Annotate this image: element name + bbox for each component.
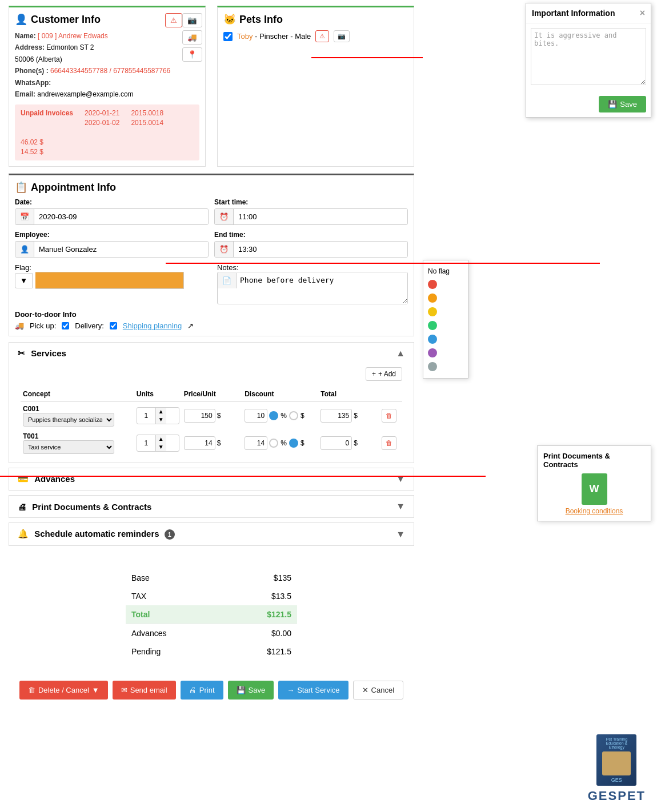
- reminders-badge: 1: [165, 529, 175, 540]
- percent-label-1: %: [281, 439, 287, 447]
- delivery-checkbox[interactable]: [110, 322, 117, 329]
- start-time-input[interactable]: [234, 209, 407, 224]
- flag-yellow-item[interactable]: [428, 305, 463, 319]
- annotation-line-3: [0, 476, 486, 477]
- units-up-0[interactable]: ▲: [155, 408, 166, 416]
- percent-radio-1[interactable]: [269, 439, 278, 448]
- save-button[interactable]: 💾 Save: [228, 681, 274, 700]
- print-icon: 🖨: [18, 502, 26, 512]
- customer-pin-button[interactable]: 📍: [182, 47, 202, 62]
- email-icon: ✉: [121, 686, 127, 694]
- employee-input[interactable]: [34, 242, 208, 257]
- row-total-cell: $: [318, 402, 379, 430]
- cancel-button[interactable]: ✕ Cancel: [353, 681, 403, 700]
- table-row: C001 Puppies theraphy socialization ▲ ▼: [21, 402, 402, 430]
- no-flag-label: No flag: [428, 267, 450, 275]
- important-info-textarea[interactable]: [531, 28, 646, 85]
- reminders-header[interactable]: 🔔 Schedule automatic reminders 1 ▼: [9, 523, 414, 545]
- units-down-1[interactable]: ▼: [155, 443, 166, 451]
- customer-warning-button[interactable]: ⚠: [165, 13, 182, 27]
- print-button[interactable]: 🖨 Print: [181, 681, 223, 700]
- send-email-button[interactable]: ✉ Send email: [113, 681, 176, 700]
- date-input[interactable]: [34, 209, 208, 224]
- flag-popup: No flag: [423, 260, 468, 379]
- services-header[interactable]: ✂ Services ▲: [9, 343, 414, 364]
- flag-gray-item[interactable]: [428, 360, 463, 373]
- dollar-radio-0[interactable]: [289, 411, 298, 420]
- total-input-0[interactable]: [321, 409, 352, 423]
- print-header[interactable]: 🖨 Print Documents & Contracts ▼: [9, 496, 414, 517]
- price-input-1[interactable]: [184, 436, 215, 450]
- flag-no-flag-item[interactable]: No flag: [428, 265, 463, 278]
- important-info-save-button[interactable]: 💾 Save: [599, 96, 646, 112]
- advances-section: 💳 Advances ▼: [9, 468, 414, 491]
- important-info-close-button[interactable]: ×: [640, 8, 645, 18]
- flag-blue-item[interactable]: [428, 332, 463, 346]
- units-input-1[interactable]: [137, 437, 155, 449]
- summary-tax-row: TAX $13.5: [126, 587, 297, 605]
- units-down-0[interactable]: ▼: [155, 416, 166, 424]
- date-label: Date:: [15, 198, 209, 206]
- table-row: T001 Taxi service ▲ ▼ $: [21, 429, 402, 457]
- total-value: $121.5: [222, 605, 297, 624]
- x-icon: ✕: [362, 686, 368, 694]
- price-input-0[interactable]: [184, 409, 215, 423]
- flag-dropdown-button[interactable]: ▼: [15, 273, 33, 288]
- delete-dropdown-icon: ▼: [92, 686, 99, 694]
- end-time-input-wrapper: ⏰: [214, 241, 408, 258]
- base-value: $135: [222, 569, 297, 587]
- delete-row-button-0[interactable]: 🗑: [382, 409, 396, 423]
- flag-red-item[interactable]: [428, 278, 463, 291]
- flag-color-bar[interactable]: [35, 272, 184, 289]
- flag-orange-dot: [428, 294, 437, 303]
- shipping-link[interactable]: Shipping planning: [123, 321, 182, 330]
- pet-camera-button[interactable]: 📷: [334, 30, 350, 42]
- reminders-section: 🔔 Schedule automatic reminders 1 ▼: [9, 522, 414, 546]
- pets-section-title: 🐱 Pets Info: [223, 13, 408, 26]
- pet-checkbox[interactable]: [223, 32, 233, 41]
- flag-purple-item[interactable]: [428, 346, 463, 360]
- customer-truck-button[interactable]: 🚚: [182, 30, 202, 45]
- percent-label-0: %: [281, 412, 287, 420]
- add-service-button[interactable]: + + Add: [366, 367, 402, 381]
- delete-row-button-1[interactable]: 🗑: [382, 436, 396, 450]
- concept-select-0[interactable]: Puppies theraphy socialization: [23, 413, 114, 427]
- percent-radio-0[interactable]: [269, 411, 278, 420]
- concept-select-1[interactable]: Taxi service: [23, 440, 114, 454]
- annotation-line-2: [166, 263, 600, 264]
- row-units-cell: ▲ ▼: [134, 429, 182, 457]
- row-code-cell: T001 Taxi service: [21, 429, 134, 457]
- unpaid-invoices-row: Unpaid Invoices 2020-01-21 2020-01-02 20…: [15, 104, 199, 160]
- start-service-button[interactable]: → Start Service: [278, 681, 348, 700]
- dollar-label-0: $: [301, 412, 305, 420]
- units-up-1[interactable]: ▲: [155, 435, 166, 443]
- date-group: Date: 📅: [15, 198, 209, 225]
- notes-textarea[interactable]: [237, 272, 407, 304]
- unpaid-dates: 2020-01-21 2020-01-02: [85, 109, 119, 127]
- pickup-checkbox[interactable]: [62, 322, 69, 329]
- row-discount-cell: % $: [242, 429, 318, 457]
- employee-group: Employee: 👤: [15, 231, 209, 258]
- end-clock-icon: ⏰: [215, 242, 234, 257]
- delete-button[interactable]: 🗑 Delete / Cancel ▼: [19, 681, 108, 700]
- end-time-input[interactable]: [234, 242, 407, 257]
- units-input-0[interactable]: [137, 409, 155, 422]
- pickup-label: Pick up:: [30, 321, 56, 330]
- discount-input-0[interactable]: [245, 409, 267, 423]
- booking-conditions-link[interactable]: Booking conditions: [566, 507, 623, 515]
- pet-warning-button[interactable]: ⚠: [315, 30, 329, 42]
- summary-advances-row: Advances $0.00: [126, 624, 297, 643]
- print-collapse-icon: ▼: [396, 501, 405, 512]
- row-price-cell: $: [182, 402, 243, 430]
- tax-value: $13.5: [222, 587, 297, 605]
- flag-green-item[interactable]: [428, 319, 463, 332]
- total-input-1[interactable]: [321, 436, 352, 450]
- advances-header[interactable]: 💳 Advances ▼: [9, 468, 414, 490]
- discount-input-1[interactable]: [245, 436, 267, 450]
- notes-group: Notes: 📄: [217, 263, 408, 304]
- customer-camera-button[interactable]: 📷: [182, 13, 202, 27]
- flag-orange-item[interactable]: [428, 291, 463, 305]
- col-units-header: Units: [134, 387, 182, 402]
- dollar-radio-1[interactable]: [289, 439, 298, 448]
- customer-phone-line: Phone(s) : 666443344557788 / 67785544558…: [15, 65, 199, 77]
